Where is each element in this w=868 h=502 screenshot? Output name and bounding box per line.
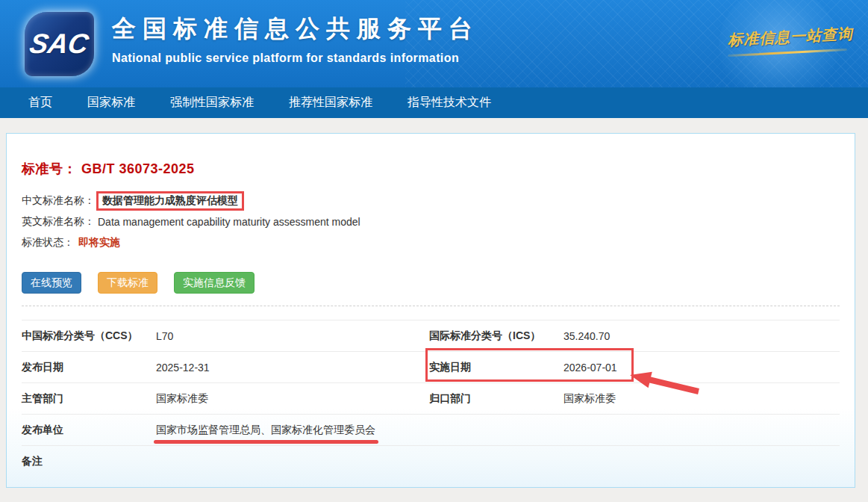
status-label: 标准状态： xyxy=(22,236,74,250)
slogan-underline xyxy=(728,49,847,57)
detail-cell-ics: 国际标准分类号（ICS） 35.240.70 xyxy=(429,329,840,343)
action-buttons: 在线预览 下载标准 实施信息反馈 xyxy=(22,272,840,294)
detail-value-publish-date: 2025-12-31 xyxy=(156,362,210,374)
detail-label-publish-org: 发布单位 xyxy=(22,424,156,437)
detail-cell-implementation-date: 实施日期 2026-07-01 xyxy=(429,361,840,374)
sac-logo-text: SAC xyxy=(28,28,92,60)
nav-item-national-standards[interactable]: 国家标准 xyxy=(87,95,135,111)
detail-label-ics: 国际标准分类号（ICS） xyxy=(429,329,563,343)
detail-value-centralized-dept: 国家标准委 xyxy=(563,392,616,406)
cn-name-value-annotated: 数据管理能力成熟度评估模型 xyxy=(96,191,244,211)
site-title-block: 全国标准信息公共服务平台 National public service pla… xyxy=(112,13,479,65)
status-line: 标准状态： 即将实施 xyxy=(22,232,840,253)
download-standard-button[interactable]: 下载标准 xyxy=(98,272,157,294)
main-nav: 首页 国家标准 强制性国家标准 推荐性国家标准 指导性技术文件 xyxy=(0,87,868,118)
detail-value-competent-dept: 国家标准委 xyxy=(156,392,208,406)
implementation-feedback-button[interactable]: 实施信息反馈 xyxy=(174,272,255,294)
detail-cell-publish-org: 发布单位 国家市场监督管理总局、国家标准化管理委员会 xyxy=(22,424,840,437)
detail-label-competent-dept: 主管部门 xyxy=(22,392,156,406)
nav-item-guiding-technical-documents[interactable]: 指导性技术文件 xyxy=(408,95,491,111)
detail-cell-competent-dept: 主管部门 国家标准委 xyxy=(22,392,429,406)
detail-cell-centralized-dept: 归口部门 国家标准委 xyxy=(429,392,840,406)
cn-name-line: 中文标准名称： 数据管理能力成熟度评估模型 xyxy=(22,190,840,211)
detail-label-implementation-date: 实施日期 xyxy=(429,361,563,374)
dashed-divider xyxy=(22,306,840,306)
standard-number-label: 标准号： xyxy=(22,161,77,176)
slogan: 标准信息一站查询 xyxy=(728,27,855,54)
site-title: 全国标准信息公共服务平台 xyxy=(112,13,479,46)
slogan-text: 标准信息一站查询 xyxy=(727,24,855,51)
detail-label-remarks: 备注 xyxy=(22,455,156,468)
online-preview-button[interactable]: 在线预览 xyxy=(22,272,81,294)
detail-cell-ccs: 中国标准分类号（CCS） L70 xyxy=(22,329,429,343)
detail-label-ccs: 中国标准分类号（CCS） xyxy=(22,329,156,343)
detail-value-ccs: L70 xyxy=(156,330,173,342)
detail-value-implementation-date: 2026-07-01 xyxy=(563,362,617,374)
en-name-value: Data management capability maturity asse… xyxy=(98,216,360,228)
site-subtitle: National public service platform for sta… xyxy=(112,52,479,65)
detail-cell-publish-date: 发布日期 2025-12-31 xyxy=(22,361,429,374)
site-header: SAC 全国标准信息公共服务平台 National public service… xyxy=(0,0,868,87)
en-name-label: 英文标准名称： xyxy=(22,215,95,229)
table-row-dates: 发布日期 2025-12-31 实施日期 2026-07-01 xyxy=(22,351,840,382)
table-row-remarks: 备注 xyxy=(22,445,840,477)
page: SAC 全国标准信息公共服务平台 National public service… xyxy=(0,0,868,502)
standard-detail-panel: 标准号：GB/T 36073-2025 中文标准名称： 数据管理能力成熟度评估模… xyxy=(6,133,855,488)
table-row-publisher: 发布单位 国家市场监督管理总局、国家标准化管理委员会 xyxy=(22,414,840,445)
standard-number-heading: 标准号：GB/T 36073-2025 xyxy=(22,134,840,178)
standard-meta: 中文标准名称： 数据管理能力成熟度评估模型 英文标准名称： Data manag… xyxy=(22,190,840,253)
en-name-line: 英文标准名称： Data management capability matur… xyxy=(22,211,840,232)
cn-name-label: 中文标准名称： xyxy=(22,194,95,208)
detail-value-ics: 35.240.70 xyxy=(563,330,610,342)
detail-label-publish-date: 发布日期 xyxy=(22,361,156,374)
detail-value-publish-org-annotated: 国家市场监督管理总局、国家标准化管理委员会 xyxy=(156,424,375,437)
globe-decoration xyxy=(719,0,838,87)
nav-item-recommended-national-standards[interactable]: 推荐性国家标准 xyxy=(289,95,372,111)
table-row-departments: 主管部门 国家标准委 归口部门 国家标准委 xyxy=(22,382,840,414)
detail-cell-remarks: 备注 xyxy=(22,455,840,468)
nav-item-home[interactable]: 首页 xyxy=(28,95,52,111)
table-row-classification: 中国标准分类号（CCS） L70 国际标准分类号（ICS） 35.240.70 xyxy=(22,320,840,351)
sac-logo[interactable]: SAC xyxy=(25,12,94,76)
detail-label-centralized-dept: 归口部门 xyxy=(429,392,563,406)
nav-item-mandatory-national-standards[interactable]: 强制性国家标准 xyxy=(170,95,254,111)
status-badge: 即将实施 xyxy=(78,236,120,250)
details-table: 中国标准分类号（CCS） L70 国际标准分类号（ICS） 35.240.70 … xyxy=(22,320,840,477)
standard-number-value: GB/T 36073-2025 xyxy=(81,161,195,176)
